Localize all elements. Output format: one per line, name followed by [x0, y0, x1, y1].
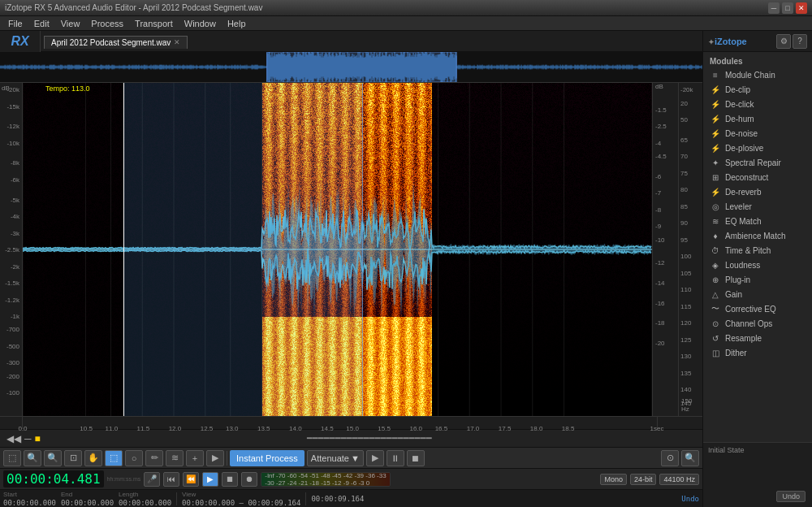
tab-close-button[interactable]: ✕	[174, 38, 180, 46]
nav-left[interactable]: ◀◀	[6, 433, 21, 444]
attenuate-dropdown[interactable]: Attenuate ▼	[307, 450, 364, 466]
hz-label-80: 80	[680, 186, 688, 193]
transport-rewind[interactable]: ⏮	[163, 472, 179, 487]
db-label--14: -14	[655, 280, 665, 287]
module-item-channel-ops[interactable]: ⊙Channel Ops	[703, 316, 812, 331]
close-button[interactable]: ✕	[796, 2, 807, 14]
module-item-leveler[interactable]: ◎Leveler	[703, 199, 812, 214]
undo-button[interactable]: Undo	[776, 491, 806, 502]
hz-label-125: 125	[680, 336, 691, 343]
transport-stop[interactable]: ⏹	[222, 472, 238, 487]
play-btn[interactable]: ▶	[366, 450, 384, 466]
nav-indicator: ━━━━━━━━━━━━━━━━━━━━━━	[44, 433, 696, 444]
module-item-loudness[interactable]: ◈Loudness	[703, 258, 812, 272]
y-axis-right-hz: Hz 150 -20k20506570758085909510010511011…	[678, 83, 702, 416]
x-label-10.5: 10.5	[80, 425, 93, 432]
module-item-de-reverb[interactable]: ⚡De-reverb	[703, 184, 812, 199]
module-label-15: Corrective EQ	[725, 305, 776, 314]
module-item-ambience-match[interactable]: ♦Ambience Match	[703, 228, 812, 243]
select-tool-btn[interactable]: ⬚	[105, 450, 123, 466]
menu-item-process[interactable]: Process	[86, 18, 128, 29]
module-item-eq-match[interactable]: ≋EQ Match	[703, 214, 812, 228]
stop-btn[interactable]: ⏹	[407, 450, 425, 466]
module-item-plug-in[interactable]: ⊕Plug-in	[703, 272, 812, 287]
x-label-12.5: 12.5	[201, 425, 214, 432]
hz-label-85: 85	[680, 202, 688, 210]
module-item-de-click[interactable]: ⚡De-click	[703, 97, 812, 111]
sample-rate-badge: 44100 Hz	[659, 474, 699, 485]
module-item-dither[interactable]: ◫Dither	[703, 345, 812, 360]
module-icon-9: ≋	[710, 215, 721, 227]
help-button[interactable]: ?	[793, 34, 807, 49]
nav-minus[interactable]: ─	[24, 433, 32, 444]
menu-item-edit[interactable]: Edit	[29, 18, 54, 29]
spectrum-analyze-btn[interactable]: ⊙	[661, 450, 679, 466]
toolbar-divider	[227, 451, 227, 466]
hz-label-65: 65	[680, 136, 688, 143]
status-bar: Start 00:00:00.000 End 00:00:00.000 Leng…	[0, 489, 702, 507]
undo-label[interactable]: Undo	[681, 495, 699, 503]
db-label--7: -7	[655, 189, 661, 197]
waveform-overview[interactable]	[0, 52, 702, 83]
hand-tool-btn[interactable]: ✋	[84, 450, 102, 466]
module-label-2: De-hum	[725, 115, 754, 124]
module-chain-item[interactable]: ≡ Module Chain	[703, 67, 812, 82]
pause-btn[interactable]: ⏸	[387, 450, 404, 466]
settings-button[interactable]: ⚙	[776, 34, 791, 49]
active-tab[interactable]: April 2012 Podcast Segment.wav ✕	[44, 36, 188, 49]
hz-label-105: 105	[680, 269, 691, 276]
brush-btn[interactable]: ✏	[145, 450, 163, 466]
module-item-time--pitch[interactable]: ⏱Time & Pitch	[703, 243, 812, 258]
transport-mic[interactable]: 🎤	[144, 472, 160, 487]
right-panel: ✦iZotope ⚙ ? Modules ≡ Module Chain ⚡De-…	[702, 31, 812, 507]
menubar: FileEditViewProcessTransportWindowHelp	[0, 16, 812, 31]
zoom-fit-btn[interactable]: ⊡	[64, 450, 82, 466]
zoom-in-btn[interactable]: 🔍	[24, 450, 41, 466]
module-item-deconstruct[interactable]: ⊞Deconstruct	[703, 170, 812, 184]
maximize-button[interactable]: □	[782, 2, 793, 14]
module-item-gain[interactable]: △Gain	[703, 287, 812, 301]
freq-label-6k: -6k	[11, 176, 19, 183]
menu-item-window[interactable]: Window	[179, 18, 221, 29]
timecode-display: 00:00:04.481	[3, 470, 104, 488]
spectrogram-main[interactable]: Tempo: 113.0	[23, 83, 652, 416]
zoom-spectrogram-btn[interactable]: 🔍	[681, 450, 699, 466]
app-title: iZotope RX 5 Advanced Audio Editor - Apr…	[5, 3, 768, 12]
module-icon-14: △	[710, 288, 721, 300]
freq-label-3k: -3k	[11, 229, 19, 236]
transport-prev[interactable]: ⏪	[183, 472, 199, 487]
module-item-de-plosive[interactable]: ⚡De-plosive	[703, 141, 812, 155]
zoom-out-btn[interactable]: 🔍	[44, 450, 62, 466]
status-right: Undo	[681, 495, 699, 503]
x-label-15.5: 15.5	[378, 425, 391, 432]
menu-item-file[interactable]: File	[3, 18, 28, 29]
zoom-region-btn[interactable]: ⬚	[3, 450, 21, 466]
transport-record[interactable]: ⏺	[241, 472, 257, 487]
titlebar: iZotope RX 5 Advanced Audio Editor - Apr…	[0, 0, 812, 16]
playhead	[123, 83, 124, 416]
module-item-spectral-repair[interactable]: ✦Spectral Repair	[703, 155, 812, 170]
instant-process-button[interactable]: Instant Process	[230, 450, 304, 466]
menu-item-help[interactable]: Help	[222, 18, 251, 29]
module-item-de-noise[interactable]: ⚡De-noise	[703, 126, 812, 141]
module-icon-16: ⊙	[710, 318, 721, 329]
spectrogram-container[interactable]: dB -20k-15k-12k-10k-8k-6k-5k-4k-3k-2.5k-…	[0, 83, 702, 416]
module-item-de-clip[interactable]: ⚡De-clip	[703, 82, 812, 97]
x-label-13.5: 13.5	[257, 425, 270, 432]
heal-btn[interactable]: +	[186, 450, 204, 466]
harmonic-btn[interactable]: ≋	[166, 450, 184, 466]
minimize-button[interactable]: ─	[768, 2, 780, 14]
module-item-de-hum[interactable]: ⚡De-hum	[703, 111, 812, 126]
level-bar-background	[261, 473, 390, 486]
menu-item-transport[interactable]: Transport	[130, 18, 178, 29]
lasso-btn[interactable]: ○	[125, 450, 143, 466]
module-item-corrective-eq[interactable]: 〜Corrective EQ	[703, 301, 812, 316]
module-label-10: Ambience Match	[725, 232, 785, 240]
nav-plus[interactable]: ■	[35, 433, 41, 444]
module-icon-11: ⏱	[710, 245, 721, 256]
module-item-resample[interactable]: ↺Resample	[703, 331, 812, 345]
transport-play[interactable]: ▶	[202, 472, 218, 487]
menu-item-view[interactable]: View	[56, 18, 85, 29]
play-tool-btn[interactable]: ▶	[206, 450, 224, 466]
db-label--16: -16	[655, 299, 665, 306]
